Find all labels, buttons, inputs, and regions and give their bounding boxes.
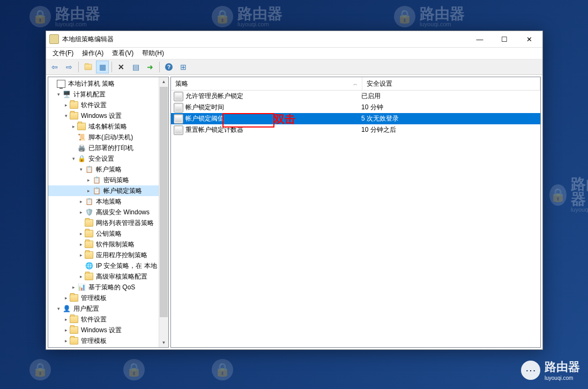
up-button[interactable] [81, 61, 94, 73]
policy-name: 允许管理员帐户锁定 [185, 92, 243, 101]
tree-computer-config[interactable]: ▾🖥️计算机配置 [48, 89, 159, 100]
sort-indicator-icon: ︿ [353, 81, 358, 87]
show-hide-button[interactable]: ⊞ [177, 61, 190, 73]
refresh-button[interactable]: ▤ [129, 61, 142, 73]
separator [111, 62, 112, 72]
scroll-up-icon[interactable]: ▲ [159, 77, 168, 86]
forward-button[interactable]: ⇨ [63, 61, 76, 73]
policy-value: 5 次无效登录 [359, 114, 401, 123]
list-row[interactable]: 允许管理员帐户锁定 已启用 [171, 91, 540, 102]
tree-qos[interactable]: ▸📊基于策略的 QoS [48, 282, 159, 293]
tree-password-policy[interactable]: ▸📋密码策略 [48, 175, 159, 185]
delete-button[interactable]: ✕ [115, 61, 128, 73]
gpedit-window: 本地组策略编辑器 — ☐ ✕ 文件(F) 操作(A) 查看(V) 帮助(H) ⇦… [46, 31, 543, 350]
properties-button[interactable]: ▦ [96, 61, 109, 73]
policy-icon [174, 92, 183, 101]
close-button[interactable]: ✕ [517, 31, 541, 47]
toolbar: ⇦ ⇨ ▦ ✕ ▤ ➜ ? ⊞ [46, 59, 542, 75]
scroll-thumb[interactable] [159, 86, 168, 318]
help-button[interactable]: ? [162, 61, 175, 73]
tree-software-settings[interactable]: ▸软件设置 [48, 100, 159, 110]
tree-user-config[interactable]: ▾👤用户配置 [48, 303, 159, 314]
list-pane: 策略︿ 安全设置 允许管理员帐户锁定 已启用 帐户锁定时间 10 分钟 [170, 77, 541, 348]
list-header: 策略︿ 安全设置 [171, 77, 540, 91]
menu-help[interactable]: 帮助(H) [138, 48, 168, 59]
policy-name: 重置帐户锁定计数器 [185, 125, 243, 134]
tree-software-restriction[interactable]: ▸软件限制策略 [48, 239, 159, 250]
content-area: 本地计算机 策略 ▾🖥️计算机配置 ▸软件设置 ▾Windows 设置 ▸域名解… [46, 75, 542, 349]
list-row-selected[interactable]: 帐户锁定阈值 5 次无效登录 [171, 113, 540, 124]
menu-file[interactable]: 文件(F) [48, 48, 78, 59]
tree-public-key-policies[interactable]: ▸公钥策略 [48, 228, 159, 239]
tree-admin-templates-2[interactable]: ▸管理模板 [48, 335, 159, 346]
watermark-logo: ⋯ 路由器luyouqi.com [521, 359, 580, 381]
tree-pane: 本地计算机 策略 ▾🖥️计算机配置 ▸软件设置 ▾Windows 设置 ▸域名解… [48, 77, 169, 348]
menu-view[interactable]: 查看(V) [108, 48, 138, 59]
menubar: 文件(F) 操作(A) 查看(V) 帮助(H) [46, 48, 542, 59]
menu-action[interactable]: 操作(A) [78, 48, 108, 59]
policy-icon [174, 103, 183, 113]
policy-tree[interactable]: 本地计算机 策略 ▾🖥️计算机配置 ▸软件设置 ▾Windows 设置 ▸域名解… [48, 77, 159, 347]
tree-adv-security-windows[interactable]: ▸🛡️高级安全 Windows [48, 207, 159, 218]
tree-security-settings[interactable]: ▾🔒安全设置 [48, 153, 159, 164]
tree-scrollbar[interactable]: ▲ ▼ [159, 77, 168, 347]
col-policy[interactable]: 策略︿ [171, 77, 362, 90]
tree-app-control[interactable]: ▸应用程序控制策略 [48, 250, 159, 260]
policy-value: 已启用 [359, 92, 383, 101]
tree-name-resolution[interactable]: ▸域名解析策略 [48, 121, 159, 132]
tree-account-policies[interactable]: ▾📋帐户策略 [48, 164, 159, 175]
policy-value: 10 分钟 [359, 103, 386, 112]
minimize-button[interactable]: — [467, 31, 492, 47]
tree-network-list-mgr[interactable]: 网络列表管理器策略 [48, 218, 159, 228]
tree-ip-security[interactable]: 🌐IP 安全策略，在 本地 [48, 260, 159, 271]
window-title: 本地组策略编辑器 [62, 35, 467, 44]
col-security[interactable]: 安全设置 [362, 77, 540, 90]
tree-scripts[interactable]: 📜脚本(启动/关机) [48, 132, 159, 143]
titlebar[interactable]: 本地组策略编辑器 — ☐ ✕ [46, 31, 542, 48]
back-button[interactable]: ⇦ [48, 61, 61, 73]
tree-software-settings-2[interactable]: ▸软件设置 [48, 314, 159, 325]
tree-account-lockout-policy[interactable]: ▸📋帐户锁定策略 [48, 185, 159, 196]
list-row[interactable]: 帐户锁定时间 10 分钟 [171, 102, 540, 113]
list-row[interactable]: 重置帐户锁定计数器 10 分钟之后 [171, 124, 540, 136]
scroll-down-icon[interactable]: ▼ [159, 338, 168, 347]
tree-deployed-printers[interactable]: 🖨️已部署的打印机 [48, 143, 159, 153]
app-icon [49, 34, 59, 44]
policy-icon [174, 125, 183, 135]
lock-icon: ⋯ [521, 361, 540, 380]
maximize-button[interactable]: ☐ [492, 31, 517, 47]
tree-root[interactable]: 本地计算机 策略 [48, 78, 159, 89]
tree-windows-settings-2[interactable]: ▸Windows 设置 [48, 325, 159, 335]
tree-local-policies[interactable]: ▸📋本地策略 [48, 196, 159, 207]
export-button[interactable]: ➜ [144, 61, 157, 73]
tree-windows-settings[interactable]: ▾Windows 设置 [48, 110, 159, 121]
policy-name: 帐户锁定时间 [185, 103, 224, 112]
separator [159, 62, 160, 72]
policy-list[interactable]: 允许管理员帐户锁定 已启用 帐户锁定时间 10 分钟 帐户锁定阈值 5 次无效登… [171, 91, 540, 347]
tree-adv-audit[interactable]: ▸高级审核策略配置 [48, 271, 159, 282]
policy-value: 10 分钟之后 [359, 125, 399, 134]
separator [78, 62, 79, 72]
desktop-background: 🔒路由器luyouqi.com 🔒路由器luyouqi.com 🔒路由器luyo… [0, 0, 588, 389]
policy-icon [174, 114, 183, 124]
policy-name: 帐户锁定阈值 [185, 114, 224, 123]
tree-admin-templates-1[interactable]: ▸管理模板 [48, 293, 159, 303]
